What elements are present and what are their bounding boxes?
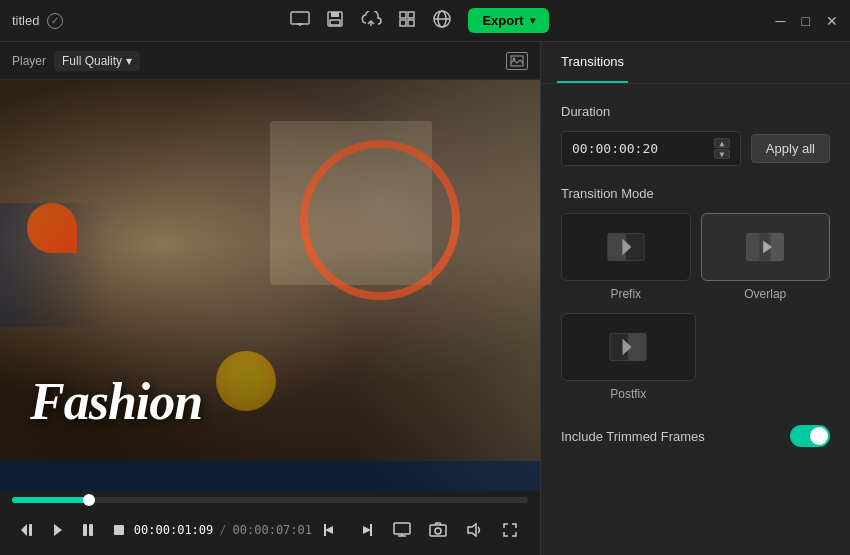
playback-area: 00:00:01:09 / 00:00:07:01	[0, 491, 540, 555]
mode-thumb-overlap[interactable]	[701, 213, 831, 281]
svg-rect-26	[394, 523, 410, 534]
mode-thumb-prefix[interactable]	[561, 213, 691, 281]
duration-value: 00:00:00:20	[572, 141, 658, 156]
svg-rect-5	[330, 20, 340, 25]
image-view-icon[interactable]	[506, 52, 528, 70]
mode-name-overlap: Overlap	[744, 287, 786, 301]
transition-mode-grid: Prefix Overlap	[561, 213, 830, 301]
grid-icon[interactable]	[398, 10, 416, 32]
minimize-button[interactable]: ─	[776, 13, 786, 29]
right-controls	[312, 513, 528, 547]
current-time: 00:00:01:09	[134, 523, 213, 537]
save-icon[interactable]	[326, 10, 344, 32]
svg-marker-18	[54, 524, 62, 536]
fullscreen-button[interactable]	[492, 513, 528, 547]
svg-rect-21	[114, 525, 124, 535]
monitor-output-button[interactable]	[384, 513, 420, 547]
svg-rect-7	[400, 12, 406, 18]
duration-input[interactable]: 00:00:00:20 ▲ ▼	[561, 131, 741, 166]
mode-item-prefix: Prefix	[561, 213, 691, 301]
main-area: Player Full Quality ▾ Fashion	[0, 42, 850, 555]
svg-marker-23	[325, 526, 333, 534]
mode-name-prefix: Prefix	[610, 287, 641, 301]
mode-item-postfix: Postfix	[561, 313, 696, 401]
stop-button[interactable]	[103, 513, 133, 547]
mode-thumb-postfix[interactable]	[561, 313, 696, 381]
toggle-knob	[810, 427, 828, 445]
apply-all-button[interactable]: Apply all	[751, 134, 830, 163]
duration-spinners: ▲ ▼	[714, 138, 730, 159]
monitor-icon[interactable]	[290, 11, 310, 31]
include-trimmed-label: Include Trimmed Frames	[561, 429, 705, 444]
time-separator: /	[219, 523, 226, 537]
screenshot-button[interactable]	[420, 513, 456, 547]
duration-row: 00:00:00:20 ▲ ▼ Apply all	[561, 131, 830, 166]
close-button[interactable]: ✕	[826, 13, 838, 29]
svg-point-30	[435, 528, 441, 534]
titlebar-left: titled ✓	[12, 13, 63, 29]
svg-rect-17	[29, 524, 32, 536]
duration-down-button[interactable]: ▼	[714, 149, 730, 159]
svg-rect-4	[331, 12, 339, 17]
player-label: Player	[12, 54, 46, 68]
maximize-button[interactable]: □	[802, 13, 810, 29]
svg-rect-8	[408, 12, 414, 18]
duration-up-button[interactable]: ▲	[714, 138, 730, 148]
include-trimmed-toggle[interactable]	[790, 425, 830, 447]
video-content: Fashion	[0, 80, 540, 491]
controls-row: 00:00:01:09 / 00:00:07:01	[12, 509, 528, 555]
player-side: Player Full Quality ▾ Fashion	[0, 42, 540, 555]
export-button[interactable]: Export ▾	[468, 8, 548, 33]
progress-fill	[12, 497, 89, 503]
save-status-icon[interactable]: ✓	[47, 13, 63, 29]
pause-button[interactable]	[73, 513, 103, 547]
quality-selector[interactable]: Full Quality ▾	[54, 51, 140, 71]
mark-in-button[interactable]	[312, 513, 348, 547]
svg-rect-19	[83, 524, 87, 536]
export-chevron-icon: ▾	[530, 15, 535, 26]
svg-rect-10	[408, 20, 414, 26]
player-toolbar: Player Full Quality ▾	[0, 42, 540, 80]
quality-chevron-icon: ▾	[126, 54, 132, 68]
volume-button[interactable]	[456, 513, 492, 547]
total-time: 00:00:07:01	[233, 523, 312, 537]
tab-transitions[interactable]: Transitions	[557, 42, 628, 83]
svg-rect-9	[400, 20, 406, 26]
progress-thumb[interactable]	[83, 494, 95, 506]
video-title-text: Fashion	[30, 372, 202, 431]
bottom-color-bar	[0, 461, 540, 491]
svg-rect-20	[89, 524, 93, 536]
svg-marker-31	[468, 524, 476, 536]
window-controls: ─ □ ✕	[776, 13, 838, 29]
video-area: Fashion	[0, 80, 540, 491]
app-title: titled	[12, 13, 39, 28]
step-forward-button[interactable]	[42, 513, 72, 547]
duration-label: Duration	[561, 104, 830, 119]
right-panel: Transitions Duration 00:00:00:20 ▲ ▼ App…	[540, 42, 850, 555]
cloud-icon[interactable]	[360, 11, 382, 31]
include-trimmed-row: Include Trimmed Frames	[561, 421, 830, 447]
titlebar: titled ✓ Export ▾ ─ □ ✕	[0, 0, 850, 42]
globe-icon[interactable]	[432, 9, 452, 33]
progress-bar[interactable]	[12, 497, 528, 503]
svg-rect-0	[291, 12, 309, 24]
mode-row-postfix: Postfix	[561, 313, 830, 401]
skip-back-button[interactable]	[12, 513, 42, 547]
svg-marker-16	[21, 524, 27, 536]
time-display: 00:00:01:09 / 00:00:07:01	[134, 523, 312, 537]
panel-content: Duration 00:00:00:20 ▲ ▼ Apply all Trans…	[541, 84, 850, 555]
mark-out-button[interactable]	[348, 513, 384, 547]
mode-name-postfix: Postfix	[610, 387, 646, 401]
panel-tabs: Transitions	[541, 42, 850, 84]
svg-marker-25	[363, 526, 371, 534]
transition-mode-label: Transition Mode	[561, 186, 830, 201]
toolbar-icons: Export ▾	[290, 8, 548, 33]
mode-item-overlap: Overlap	[701, 213, 831, 301]
